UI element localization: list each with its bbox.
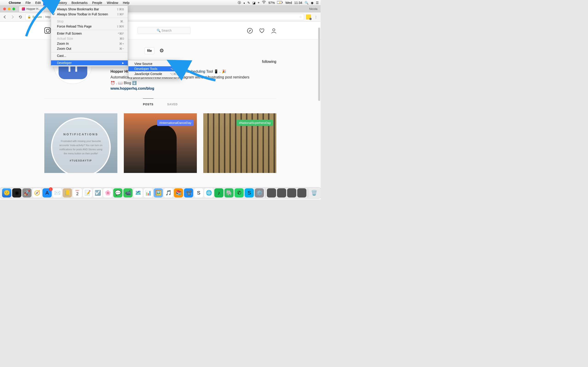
svg-point-4	[247, 28, 252, 33]
star-icon[interactable]: ☆	[299, 15, 302, 19]
bio-text-2: Tool 📱 . 🎉	[206, 69, 226, 73]
dock-facetime[interactable]: 📹	[123, 188, 132, 198]
scrollbar[interactable]	[318, 27, 320, 101]
dock-launchpad[interactable]: 🚀	[22, 188, 32, 198]
battery-icon[interactable]: ⚡	[277, 1, 283, 5]
menu-zoom-in[interactable]: Zoom In⌘+	[51, 41, 128, 46]
activity-heart-icon[interactable]	[259, 28, 264, 33]
dock-calendar[interactable]: MAY2	[73, 188, 82, 198]
menu-history[interactable]: History	[55, 0, 69, 6]
dock-whatsapp[interactable]: ✆	[234, 188, 244, 198]
settings-gear-icon[interactable]: ⚙	[159, 48, 164, 54]
siri-icon[interactable]: ◉	[311, 1, 313, 5]
post1-title: NOTIFICATIONS	[63, 133, 98, 136]
dock-ibooks[interactable]: 📚	[174, 188, 183, 198]
post1-body: Frustrated with missing your favourite a…	[59, 139, 103, 156]
dock-chrome[interactable]: 🌐	[204, 188, 213, 198]
zoom-window-button[interactable]	[12, 8, 15, 10]
bio-link[interactable]: www.hopperhq.com/blog	[111, 86, 154, 90]
menu-force-reload[interactable]: Force Reload This Page⇧⌘R	[51, 24, 128, 29]
evernote-menubar-icon[interactable]: ✎	[247, 1, 250, 5]
menubar-app-name[interactable]: Chrome	[6, 1, 23, 5]
dock-separator	[308, 188, 308, 198]
menu-window[interactable]: Window	[104, 0, 121, 6]
dock-recent-4[interactable]	[297, 188, 306, 198]
dock-itunes[interactable]: 🎵	[164, 188, 173, 198]
dock-preview[interactable]: 🖼️	[154, 188, 163, 198]
dock-keynote[interactable]: 📽️	[184, 188, 193, 198]
stat-following[interactable]: following	[262, 60, 276, 64]
menu-bookmarks-bar[interactable]: Always Show Bookmarks Bar⇧⌘B	[51, 7, 128, 12]
menu-file[interactable]: File	[23, 0, 33, 6]
dock-evernote[interactable]: 🐘	[225, 188, 233, 198]
dock-slack[interactable]: S	[194, 188, 203, 198]
dock-siri[interactable]: ◉	[12, 188, 21, 198]
dock-recent-1[interactable]	[267, 188, 276, 198]
post-thumbnail[interactable]: #InternationalDanceDay	[124, 113, 197, 173]
dock-skype[interactable]: S	[245, 188, 254, 198]
dock-reminders[interactable]: ☑️	[93, 188, 102, 198]
menu-edit[interactable]: Edit	[33, 0, 43, 6]
post-thumbnail[interactable]: NOTIFICATIONS Frustrated with missing yo…	[44, 113, 117, 173]
spotlight-icon[interactable]: 🔍	[304, 1, 309, 5]
tab-saved[interactable]: SAVED	[167, 99, 178, 110]
menu-enter-fullscreen[interactable]: Enter Full Screen^⌘F	[51, 31, 128, 36]
menu-people[interactable]: People	[90, 0, 104, 6]
battery-percent[interactable]: 97%	[268, 1, 275, 5]
clock-day[interactable]: Wed	[285, 1, 292, 5]
close-window-button[interactable]	[3, 8, 6, 10]
dock-mail[interactable]: ✉️	[52, 188, 62, 198]
post-thumbnail[interactable]: #NationalSuperheroDay	[203, 113, 276, 173]
skype-menubar-icon[interactable]: Ⓢ	[238, 1, 241, 5]
dock-notes[interactable]: 📝	[83, 188, 92, 198]
bluetooth-menubar-icon[interactable]: ⌖	[258, 1, 259, 5]
url-text: http	[45, 15, 51, 19]
dock-recent-3[interactable]	[287, 188, 296, 198]
menu-stop: Stop⌘.	[51, 19, 128, 24]
menu-developer[interactable]: Developer▶	[51, 60, 128, 65]
extension-icon[interactable]: 1	[306, 15, 311, 19]
dock-trash[interactable]: 🗑️	[309, 188, 319, 198]
notification-center-icon[interactable]: ☰	[316, 1, 319, 5]
menu-zoom-out[interactable]: Zoom Out⌘−	[51, 46, 128, 51]
menu-cast[interactable]: Cast...	[51, 53, 128, 58]
clock-time[interactable]: 11:34	[294, 1, 302, 5]
dock-numbers[interactable]: 📊	[144, 188, 153, 198]
minimize-window-button[interactable]	[8, 8, 10, 10]
window-controls	[1, 8, 17, 10]
dock-photos[interactable]: 🌸	[103, 188, 112, 198]
menu-view[interactable]: View	[43, 0, 55, 6]
menu-bookmarks[interactable]: Bookmarks	[69, 0, 90, 6]
back-button[interactable]	[2, 14, 8, 20]
menu-javascript-console[interactable]: JavaScript Console⌥⌘J	[128, 71, 181, 76]
browser-tab[interactable]: Hopper H…	[19, 6, 44, 12]
dock-finder[interactable]: 🙂	[2, 188, 11, 198]
dock-spotify[interactable]: ♪	[214, 188, 224, 198]
instagram-search-input[interactable]: 🔍 Search	[138, 27, 190, 34]
menu-developer-tools[interactable]: Developer Tools⌥⌘I	[128, 66, 181, 71]
dock-recent-2[interactable]	[277, 188, 286, 198]
dock-messages[interactable]: 💬	[113, 188, 122, 198]
svg-rect-2	[282, 2, 283, 3]
wifi-icon[interactable]	[262, 1, 266, 5]
menu-toolbar-fullscreen[interactable]: ✓Always Show Toolbar in Full Screen⇧⌘F	[51, 12, 128, 17]
reload-button[interactable]	[17, 14, 23, 20]
chrome-window: Hopper H… Nicola 🔒 Secure | http ☆ 1 ⋮	[0, 6, 321, 200]
profile-icon[interactable]	[271, 28, 276, 33]
dock-settings[interactable]: ⚙️	[255, 188, 264, 198]
dock-maps[interactable]: 🗺️	[133, 188, 143, 198]
tab-posts[interactable]: POSTS	[143, 98, 153, 110]
secure-label: Secure	[32, 15, 42, 19]
chrome-menu-icon[interactable]: ⋮	[313, 14, 319, 20]
chrome-profile-name[interactable]: Nicola	[306, 7, 321, 10]
forward-button[interactable]	[10, 14, 16, 20]
explore-icon[interactable]	[247, 28, 252, 33]
edit-profile-button[interactable]: file	[145, 47, 154, 54]
dock-contacts[interactable]: 📒	[63, 188, 72, 198]
dock-appstore[interactable]: A1	[43, 188, 52, 198]
menu-view-source[interactable]: View Source⌥⌘U	[128, 61, 181, 66]
menu-help[interactable]: Help	[121, 0, 132, 6]
dock-safari[interactable]: 🧭	[32, 188, 42, 198]
dropbox-menubar-icon[interactable]: ⬧	[243, 1, 245, 5]
drive-menubar-icon[interactable]: ◪	[252, 1, 255, 5]
